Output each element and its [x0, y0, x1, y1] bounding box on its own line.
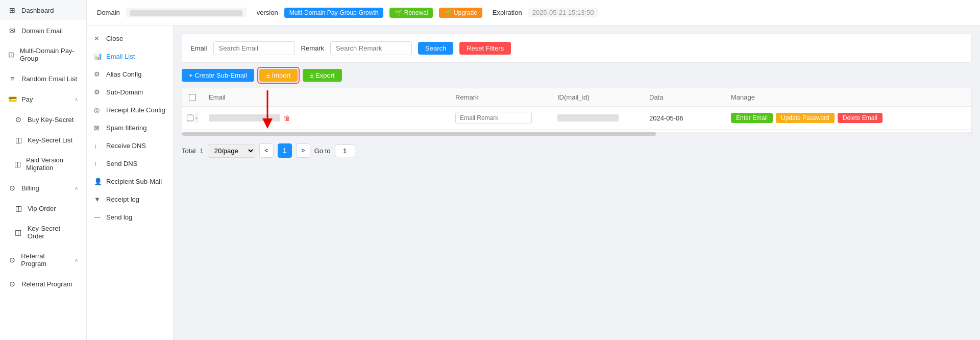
sidebar-item-label: Random Email List — [21, 75, 77, 83]
create-sub-email-button[interactable]: + Create Sub-Email — [182, 69, 254, 82]
header-remark: Remark — [449, 88, 551, 106]
header-mail-id: ID(mail_id) — [551, 88, 643, 106]
email-filter-label: Email — [190, 44, 207, 52]
upgrade-badge[interactable]: 🌱 Upgrade — [439, 8, 482, 18]
sidebar-item-key-secret-order[interactable]: ◫ Key-Secret Order — [0, 218, 86, 246]
table-header: Email Remark ID(mail_id) Data Manage — [182, 88, 971, 107]
sec-sidebar-label: Send log — [106, 213, 132, 221]
sec-sidebar-label: Sub-Domain — [106, 88, 143, 96]
update-password-button[interactable]: Update Password — [776, 113, 835, 123]
mail-id-column-label: ID(mail_id) — [557, 93, 590, 101]
import-button[interactable]: ± Import — [259, 69, 298, 82]
expiration-value: 2025-05-21 15:13:50 — [528, 8, 598, 17]
action-bar: + Create Sub-Email ± Import ± Export — [182, 69, 972, 82]
row-delete-icon[interactable]: 🗑 — [283, 114, 290, 122]
sidebar-item-label: Referral Program — [21, 252, 69, 268]
sidebar-item-key-secret-list[interactable]: ◫ Key-Secret List — [0, 130, 86, 150]
send-log-icon: — — [94, 213, 102, 221]
enter-email-button[interactable]: Enter Email — [731, 113, 773, 123]
vip-order-icon: ◫ — [14, 204, 22, 212]
email-search-input[interactable] — [213, 41, 295, 55]
remark-search-input[interactable] — [330, 41, 412, 55]
referral-icon: ⊙ — [8, 256, 16, 264]
billing-arrow: ∧ — [75, 185, 78, 191]
mail-id-blurred — [557, 114, 619, 122]
total-label: Total — [182, 147, 195, 155]
sidebar-item-label: Paid Version Migration — [26, 156, 78, 172]
domain-label: Domain — [97, 9, 120, 16]
search-button[interactable]: Search — [418, 42, 453, 55]
buy-key-icon: ⊙ — [14, 115, 22, 124]
sec-sidebar-receipt-rule[interactable]: ◎ Receipt Rule Config — [87, 101, 173, 119]
goto-label: Go to — [314, 147, 331, 155]
manage-cell: Enter Email Update Password Delete Email — [725, 107, 971, 129]
leaf-icon: 🌱 — [395, 9, 402, 16]
sidebar-item-vip-order[interactable]: ◫ Vip Order — [0, 198, 86, 218]
sec-sidebar-send-dns[interactable]: ↑ Send DNS — [87, 155, 173, 173]
sidebar-item-label: Buy Key-Secret — [28, 116, 74, 124]
date-value: 2024-05-06 — [649, 114, 683, 122]
date-cell: 2024-05-06 — [643, 107, 725, 129]
current-page-button[interactable]: 1 — [278, 143, 292, 158]
import-btn-wrapper: ± Import — [259, 69, 298, 82]
pagination: Total 1 10/page20/page50/page100/page < … — [182, 143, 972, 158]
sidebar-item-dashboard[interactable]: ⊞ Dashboard — [0, 0, 86, 20]
svg-marker-1 — [262, 118, 273, 129]
content-area: ✕ Close 📊 Email List ⚙ Alias Config ⚙ Su… — [87, 26, 980, 340]
reset-filters-button[interactable]: Reset Filters — [459, 42, 511, 55]
arrow-annotation — [257, 90, 278, 133]
sec-sidebar-email-list[interactable]: 📊 Email List — [87, 47, 173, 65]
sec-sidebar-label: Recipient Sub-Mail — [106, 178, 162, 185]
horizontal-scrollbar[interactable] — [182, 132, 971, 136]
sidebar-item-label: Vip Order — [28, 205, 56, 212]
next-page-button[interactable]: > — [296, 143, 310, 158]
remark-cell — [449, 107, 551, 129]
sidebar-item-referral-program2[interactable]: ⊙ Referral Program — [0, 274, 86, 294]
sidebar-item-billing[interactable]: ⊙ Billing ∧ — [0, 178, 86, 198]
sidebar-item-label: Multi-Domain Pay-Group — [20, 47, 78, 62]
filter-bar: Email Remark Search Reset Filters — [182, 34, 972, 63]
data-column-label: Data — [649, 93, 663, 101]
recipient-icon: 👤 — [94, 178, 102, 185]
sec-sidebar-alias-config[interactable]: ⚙ Alias Config — [87, 65, 173, 83]
sec-sidebar-receive-dns[interactable]: ↓ Receive DNS — [87, 137, 173, 155]
sidebar-item-domain-email[interactable]: ✉ Domain Email — [0, 20, 86, 41]
email-cell: 🗑 — [203, 107, 449, 129]
sec-sidebar-close[interactable]: ✕ Close — [87, 30, 173, 47]
sidebar-item-multi-domain[interactable]: ⊡ Multi-Domain Pay-Group — [0, 41, 86, 68]
email-remark-input[interactable] — [455, 112, 532, 124]
select-all-checkbox[interactable] — [189, 94, 196, 101]
billing-icon: ⊙ — [8, 184, 16, 192]
sec-sidebar-label: Close — [106, 35, 123, 42]
send-dns-icon: ↑ — [94, 160, 102, 167]
sidebar-item-random-email[interactable]: ≡ Random Email List — [0, 68, 86, 89]
row-checkbox[interactable] — [187, 114, 193, 122]
domain-email-icon: ✉ — [8, 27, 16, 35]
sec-sidebar-label: Receipt log — [106, 196, 139, 203]
sec-sidebar-send-log[interactable]: — Send log — [87, 208, 173, 226]
sidebar-item-label: Billing — [21, 184, 39, 192]
sec-sidebar-spam[interactable]: ⊠ Spam filtering — [87, 119, 173, 137]
sec-sidebar-label: Email List — [106, 53, 135, 60]
sec-sidebar-label: Alias Config — [106, 70, 141, 78]
sec-sidebar-sub-domain[interactable]: ⚙ Sub-Domain — [87, 83, 173, 101]
sec-sidebar-receipt-log[interactable]: ▼ Receipt log — [87, 190, 173, 208]
sec-sidebar-recipient[interactable]: 👤 Recipient Sub-Mail — [87, 173, 173, 190]
referral-arrow: ∧ — [75, 257, 78, 263]
left-sidebar: ⊞ Dashboard ✉ Domain Email ⊡ Multi-Domai… — [0, 0, 87, 340]
table-row: › 🗑 2024-05-06 — [182, 107, 971, 130]
pay-arrow: ∧ — [75, 96, 78, 102]
expand-button[interactable]: › — [195, 113, 198, 123]
sidebar-item-buy-key-secret[interactable]: ⊙ Buy Key-Secret — [0, 109, 86, 130]
sidebar-item-referral-program[interactable]: ⊙ Referral Program ∧ — [0, 246, 86, 274]
sidebar-item-paid-version[interactable]: ◫ Paid Version Migration — [0, 150, 86, 178]
spam-icon: ⊠ — [94, 124, 102, 132]
sidebar-item-label: Key-Secret Order — [28, 225, 78, 240]
delete-email-button[interactable]: Delete Email — [838, 113, 883, 123]
prev-page-button[interactable]: < — [259, 143, 274, 158]
sidebar-item-pay[interactable]: 💳 Pay ∧ — [0, 89, 86, 109]
per-page-select[interactable]: 10/page20/page50/page100/page — [208, 144, 255, 158]
export-button[interactable]: ± Export — [303, 69, 341, 82]
goto-input[interactable] — [335, 144, 355, 157]
remark-filter-label: Remark — [301, 44, 325, 52]
